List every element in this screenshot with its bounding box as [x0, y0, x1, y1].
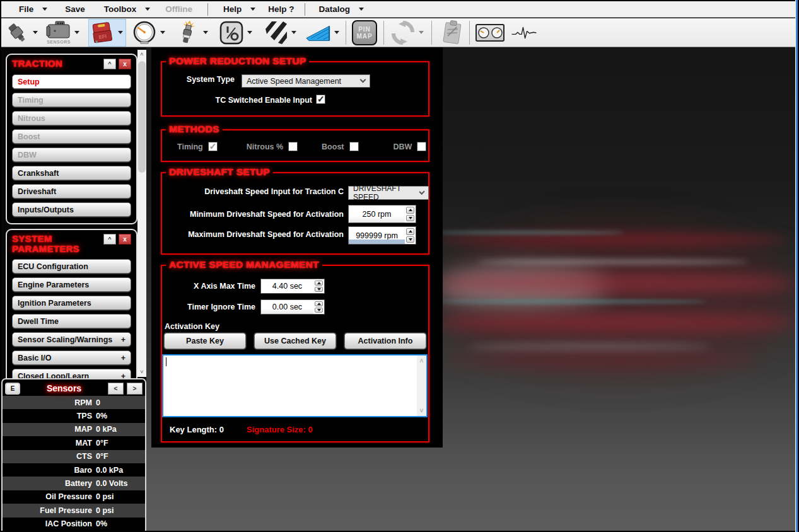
spark-plug-icon[interactable]	[174, 20, 201, 46]
dual-gauges-icon[interactable]	[475, 24, 504, 42]
menu-separator	[305, 3, 305, 16]
io-icon[interactable]	[218, 20, 245, 46]
sidebar-item-dwell-time[interactable]: Dwell Time	[12, 314, 131, 328]
chevron-down-icon[interactable]	[33, 31, 38, 34]
main-content-panel: POWER REDUCTION SETUP System Type Active…	[151, 47, 443, 448]
pulse-icon[interactable]	[511, 20, 537, 46]
sidebar-item-basic-io[interactable]: Basic I/O +	[12, 350, 131, 365]
driveshaft-speed-input-label: Driveshaft Speed Input for Traction C	[162, 187, 344, 196]
efi-ecu-icon[interactable]: EFI	[89, 20, 115, 46]
menu-help-question[interactable]: Help ?	[262, 4, 300, 14]
scroll-up-icon[interactable]: ˄	[417, 356, 426, 366]
method-nitrous-label: Nitrous %	[247, 142, 283, 151]
spin-up-icon[interactable]	[315, 280, 323, 286]
sidebar-scroll-area: TRACTION ^ x Setup Timing Nitrous Boost …	[1, 47, 146, 379]
sidebar-item-sensor-scaling-warnings[interactable]: Sensor Scaling/Warnings +	[12, 332, 131, 347]
sensor-row: MAT0°F	[3, 436, 145, 449]
chevron-down-icon[interactable]	[334, 31, 339, 34]
max-driveshaft-speed-stepper[interactable]: 999999 rpm	[348, 226, 416, 245]
driveshaft-speed-input-select[interactable]: DRIVESHAFT SPEED	[348, 186, 429, 200]
pin-map-icon[interactable]: PIN MAP	[352, 20, 377, 45]
spin-up-icon[interactable]	[315, 301, 323, 306]
textarea-scrollbar[interactable]: ˄ ˅	[417, 356, 426, 416]
spin-down-icon[interactable]	[315, 287, 323, 292]
minimize-button[interactable]: ^	[103, 59, 116, 69]
sidebar-item-ignition-parameters[interactable]: Ignition Parameters	[12, 296, 131, 310]
sidebar-item-crankshaft[interactable]: Crankshaft	[12, 166, 131, 180]
traction-panel-title: TRACTION	[12, 59, 62, 69]
traction-bars-icon[interactable]	[262, 20, 289, 46]
sensors-module-icon[interactable]: SENSORS	[45, 21, 72, 44]
timer-ignore-time-stepper[interactable]: 0.00 sec	[260, 299, 325, 315]
sidebar-item-setup[interactable]: Setup	[12, 74, 131, 89]
sensors-next-button[interactable]: >	[127, 383, 143, 395]
chevron-down-icon	[250, 8, 255, 11]
sidebar-item-boost: Boost	[12, 129, 131, 144]
activation-info-button[interactable]: Activation Info	[344, 333, 426, 349]
sidebar-item-dbw: DBW	[12, 147, 131, 162]
method-boost-checkbox[interactable]	[349, 142, 359, 151]
methods-group: METHODS Timing Nitrous % Boost DBW	[161, 129, 429, 162]
sensor-row: Fuel Pressure0 psi	[3, 504, 145, 517]
scroll-down-icon[interactable]: ˅	[417, 406, 426, 415]
signature-size-status: Signature Size: 0	[247, 425, 313, 434]
scroll-up-icon[interactable]: ˄	[137, 50, 146, 59]
toolbar-separator	[469, 21, 470, 45]
minimize-button[interactable]: ^	[103, 234, 116, 245]
spin-down-icon[interactable]	[406, 236, 414, 243]
chevron-down-icon[interactable]	[118, 31, 123, 34]
traction-panel: TRACTION ^ x Setup Timing Nitrous Boost …	[6, 54, 137, 224]
graph-3d-icon[interactable]	[305, 20, 332, 46]
x-axis-max-time-stepper[interactable]: 4.40 sec	[260, 279, 325, 294]
power-reduction-setup-group: POWER REDUCTION SETUP System Type Active…	[161, 61, 429, 117]
system-type-select[interactable]: Active Speed Management	[242, 74, 370, 88]
menu-toolbox[interactable]: Toolbox	[98, 4, 157, 14]
gauge-icon[interactable]	[131, 20, 158, 46]
sidebar-item-ecu-configuration[interactable]: ECU Configuration	[12, 259, 131, 274]
close-button[interactable]: x	[119, 234, 131, 245]
spin-up-icon[interactable]	[406, 207, 414, 214]
svg-text:EFI: EFI	[98, 33, 107, 40]
menu-bar: File Save Toolbox Offline Help Help ? Da…	[1, 1, 795, 18]
chevron-down-icon[interactable]	[247, 31, 252, 34]
activation-key-textarea[interactable]: ˄ ˅	[162, 354, 428, 417]
method-nitrous-checkbox[interactable]	[288, 142, 298, 151]
spin-up-icon[interactable]	[406, 228, 414, 235]
tc-switched-enable-label: TC Switched Enable Input	[162, 96, 312, 105]
menu-datalog[interactable]: Datalog	[313, 4, 371, 14]
sidebar-item-engine-parameters[interactable]: Engine Parameters	[12, 277, 131, 292]
menu-help[interactable]: Help	[217, 4, 262, 14]
menu-save[interactable]: Save	[59, 4, 91, 14]
sync-icon	[390, 20, 416, 46]
close-button[interactable]: x	[119, 59, 131, 69]
chevron-down-icon	[145, 8, 150, 11]
scroll-down-icon[interactable]: ˅	[137, 367, 146, 377]
min-driveshaft-speed-stepper[interactable]: 250 rpm	[348, 205, 416, 223]
sidebar-scrollbar[interactable]: ˄ ˅	[137, 50, 146, 377]
method-dbw-checkbox[interactable]	[417, 142, 426, 151]
chevron-down-icon[interactable]	[160, 31, 165, 34]
scrollbar-thumb[interactable]	[138, 61, 146, 173]
fuel-injector-icon[interactable]	[4, 20, 30, 46]
system-type-label: System Type	[162, 75, 235, 84]
tc-switched-enable-checkbox[interactable]	[316, 95, 325, 104]
spin-down-icon[interactable]	[406, 215, 414, 222]
method-timing-checkbox[interactable]	[208, 142, 218, 151]
sensors-edit-button[interactable]: E	[5, 383, 20, 395]
paste-key-button[interactable]: Paste Key	[164, 333, 246, 349]
chevron-down-icon[interactable]	[291, 31, 296, 34]
menu-separator	[207, 3, 208, 16]
use-cached-key-button[interactable]: Use Cached Key	[254, 333, 336, 349]
driveshaft-setup-title: DRIVESHAFT SETUP	[166, 166, 273, 178]
menu-file[interactable]: File	[13, 4, 54, 14]
chevron-down-icon[interactable]	[74, 31, 79, 34]
toolbar-separator	[383, 21, 384, 45]
spin-down-icon[interactable]	[315, 308, 323, 313]
sidebar-item-driveshaft[interactable]: Driveshaft	[12, 184, 131, 199]
chevron-down-icon[interactable]	[203, 31, 208, 34]
sensor-row: IAC Position0%	[3, 518, 145, 531]
sensor-row: TPS0%	[3, 409, 145, 422]
sensors-prev-button[interactable]: <	[108, 383, 124, 395]
max-driveshaft-speed-label: Maximum Driveshaft Speed for Activation	[162, 230, 344, 239]
sidebar-item-inputs-outputs[interactable]: Inputs/Outputs	[12, 202, 131, 217]
